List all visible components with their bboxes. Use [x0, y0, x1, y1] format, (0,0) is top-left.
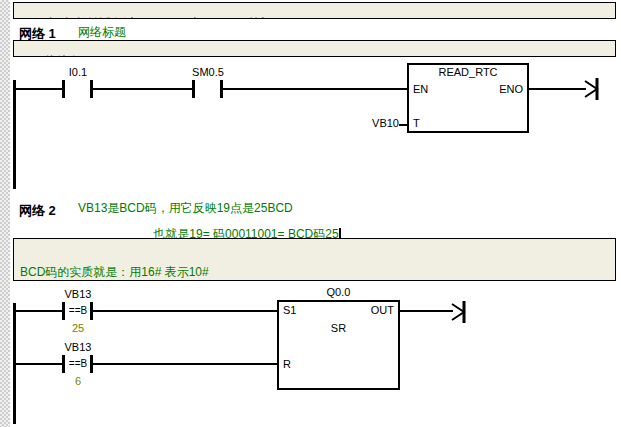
- network2-comment-box[interactable]: BCD码的实质就是：用16# 表示10# 例：10# 19的BCD码是16# 1…: [13, 238, 616, 281]
- program-comment-text: 用实时时钟控制路灯19：00开灯，6：00关灯。: [33, 16, 284, 19]
- block-title: SR: [279, 322, 398, 334]
- sr-block[interactable]: S1 OUT SR R: [277, 300, 400, 390]
- compare-value: 6: [64, 375, 92, 387]
- pin-s1: S1: [283, 304, 296, 316]
- compare-symbol: ==B: [65, 305, 91, 316]
- contact-operand: I0.1: [53, 66, 103, 78]
- compare-symbol: ==B: [65, 358, 91, 369]
- contact-operand: SM0.5: [183, 66, 233, 78]
- network2-label: 网络 2: [19, 202, 56, 220]
- network1-comment-text: 网络注释: [33, 54, 81, 57]
- power-rail: [13, 80, 16, 189]
- wire: [93, 88, 192, 90]
- contact-bar: [62, 80, 65, 98]
- block-title: READ_RTC: [409, 66, 527, 78]
- wire: [16, 363, 62, 365]
- left-margin-gutter: [0, 0, 10, 427]
- wire: [93, 363, 277, 365]
- contact-operand: VB13: [53, 288, 103, 300]
- contact-operand: VB13: [53, 341, 103, 353]
- t-operand[interactable]: VB10: [349, 117, 399, 129]
- rung-end-arrow-icon: [451, 300, 467, 324]
- pin-eno: ENO: [499, 83, 523, 95]
- network1-comment-box[interactable]: 网络注释: [13, 40, 616, 57]
- rung-end-arrow-icon: [584, 77, 600, 101]
- pin-connector: [399, 124, 407, 126]
- pin-en: EN: [413, 83, 428, 95]
- wire: [16, 88, 62, 90]
- sr-operand[interactable]: Q0.0: [277, 286, 400, 298]
- wire: [93, 310, 277, 312]
- wire: [223, 88, 407, 90]
- wire: [529, 88, 586, 90]
- network2-title-line1[interactable]: VB13是BCD码，用它反映19点是25BCD: [78, 202, 293, 215]
- compare-value: 25: [64, 322, 92, 334]
- wire: [400, 310, 453, 312]
- network1-title[interactable]: 网络标题: [78, 26, 126, 39]
- pin-out: OUT: [371, 304, 394, 316]
- contact-bar: [192, 80, 195, 98]
- pin-r: R: [283, 358, 291, 370]
- read-rtc-block[interactable]: READ_RTC EN ENO T: [407, 63, 529, 133]
- wire: [16, 310, 62, 312]
- pin-t: T: [413, 117, 420, 129]
- program-comment-box[interactable]: 用实时时钟控制路灯19：00开灯，6：00关灯。: [13, 2, 616, 19]
- network2-comment-line1: BCD码的实质就是：用16# 表示10#: [20, 266, 611, 279]
- ladder-editor-view: 用实时时钟控制路灯19：00开灯，6：00关灯。 网络 1 网络标题 网络注释 …: [0, 0, 621, 427]
